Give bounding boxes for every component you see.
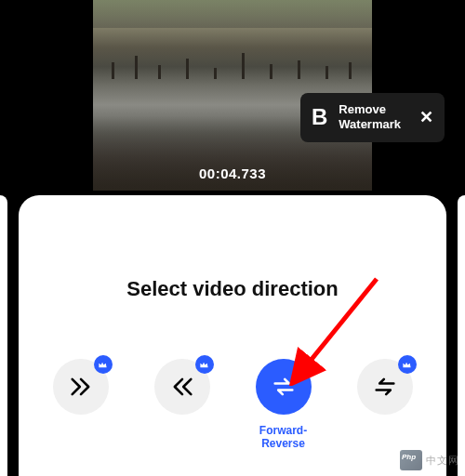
sheet-title: Select video direction bbox=[19, 277, 446, 301]
remove-watermark-line1: Remove bbox=[339, 102, 401, 117]
premium-badge bbox=[195, 355, 214, 374]
premium-badge bbox=[94, 355, 113, 374]
option-forward-reverse-label: Forward-Reverse bbox=[239, 424, 328, 450]
crown-icon bbox=[98, 360, 108, 370]
direction-options: Forward-Reverse bbox=[19, 359, 446, 450]
option-reverse-forward-button[interactable] bbox=[357, 359, 413, 415]
option-reverse bbox=[138, 359, 227, 450]
premium-badge bbox=[398, 355, 417, 374]
adjacent-sheet-right[interactable] bbox=[458, 195, 465, 476]
video-scene-decor bbox=[93, 23, 372, 79]
option-forward-reverse: Forward-Reverse bbox=[239, 359, 328, 450]
close-icon[interactable]: ✕ bbox=[419, 107, 433, 127]
double-backward-icon bbox=[169, 374, 195, 400]
option-forward bbox=[36, 359, 126, 450]
app-logo-b: B bbox=[312, 104, 327, 130]
option-reverse-button[interactable] bbox=[154, 359, 210, 415]
swap-icon bbox=[271, 374, 297, 400]
swap-icon bbox=[372, 374, 398, 400]
option-reverse-forward bbox=[340, 359, 430, 450]
direction-sheet: Select video direction bbox=[19, 195, 446, 476]
remove-watermark-line2: Watermark bbox=[339, 117, 401, 132]
option-forward-reverse-button[interactable] bbox=[256, 359, 312, 415]
double-forward-icon bbox=[68, 374, 94, 400]
video-timestamp: 00:04.733 bbox=[93, 165, 372, 181]
site-logo-icon bbox=[400, 450, 422, 470]
site-watermark-text: 中文网 bbox=[426, 454, 459, 468]
crown-icon bbox=[199, 360, 209, 370]
remove-watermark-text: Remove Watermark bbox=[339, 102, 401, 133]
adjacent-sheet-left[interactable] bbox=[0, 195, 7, 476]
site-watermark: 中文网 bbox=[400, 450, 459, 470]
crown-icon bbox=[402, 360, 412, 370]
option-forward-button[interactable] bbox=[53, 359, 109, 415]
remove-watermark-banner[interactable]: B Remove Watermark ✕ bbox=[300, 93, 445, 142]
